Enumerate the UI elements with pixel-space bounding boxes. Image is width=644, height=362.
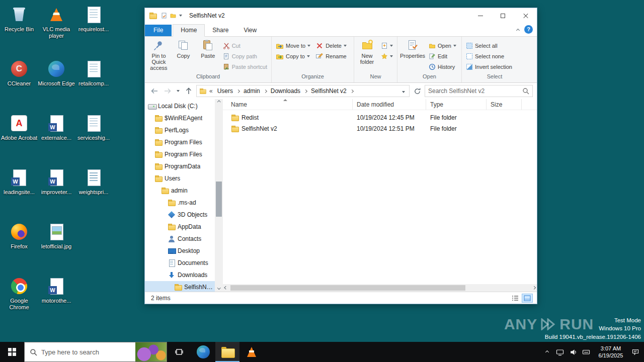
tree-item[interactable]: Program Files xyxy=(145,136,215,148)
move-to-button[interactable]: Move to xyxy=(273,40,313,51)
properties-button[interactable]: Properties xyxy=(399,38,426,59)
file-row[interactable]: Redist 10/19/2024 12:45 PM File folder xyxy=(223,112,537,123)
back-button[interactable] xyxy=(149,85,160,97)
tree-item[interactable]: Local Disk (C:) xyxy=(145,100,215,112)
search-icon[interactable] xyxy=(522,87,529,95)
desktop-icon[interactable]: motorothe... xyxy=(37,277,75,331)
explorer-search-input[interactable] xyxy=(428,87,520,95)
tree-item[interactable]: SelfishNet v2 xyxy=(145,281,215,292)
select-all-button[interactable]: Select all xyxy=(463,40,515,51)
column-header-type[interactable]: Type xyxy=(426,99,487,110)
action-center-button[interactable] xyxy=(629,342,642,362)
desktop-icon[interactable]: leadingsite... xyxy=(0,168,38,222)
up-button[interactable] xyxy=(183,85,194,97)
desktop-icon[interactable]: improveter... xyxy=(37,168,75,222)
address-bar[interactable]: « Users admin Downloads SelfishNet v2 xyxy=(196,85,410,97)
breadcrumb-separator-icon[interactable] xyxy=(264,89,267,93)
edit-button[interactable]: Edit xyxy=(426,51,459,61)
edge-taskbar-button[interactable] xyxy=(191,342,215,362)
tree-item[interactable]: Desktop xyxy=(145,245,215,257)
tree-item[interactable]: 3D Objects xyxy=(145,209,215,221)
qat-new-folder-button[interactable] xyxy=(170,13,176,19)
desktop-icon[interactable]: externalce... xyxy=(37,114,75,168)
delete-button[interactable]: Delete xyxy=(313,40,349,51)
desktop-icon[interactable]: retailcomp... xyxy=(74,59,113,114)
tree-item[interactable]: Program Files xyxy=(145,148,215,160)
tab-share[interactable]: Share xyxy=(205,25,236,36)
scroll-up-icon[interactable] xyxy=(217,101,220,104)
desktop-icon[interactable]: weightspri... xyxy=(74,168,113,222)
help-button[interactable] xyxy=(524,25,533,34)
search-highlight-image[interactable] xyxy=(135,342,167,361)
taskbar-search-input[interactable] xyxy=(41,348,131,356)
new-folder-button[interactable]: New folder xyxy=(356,38,378,65)
column-header-date-modified[interactable]: Date modified xyxy=(353,99,426,110)
breadcrumb-separator-icon[interactable] xyxy=(304,89,307,93)
breadcrumb-separator-icon[interactable] xyxy=(236,89,240,93)
qat-properties-button[interactable] xyxy=(161,13,167,19)
title-bar[interactable]: SelfishNet v2 xyxy=(145,8,537,23)
taskbar-clock[interactable]: 3:07 AM 6/19/2025 xyxy=(593,345,629,359)
tab-home[interactable]: Home xyxy=(173,24,205,37)
file-row[interactable]: SelfishNet v2 10/19/2024 12:51 PM File f… xyxy=(223,123,537,134)
desktop-icon[interactable]: Firefox xyxy=(0,222,38,277)
refresh-button[interactable] xyxy=(412,85,423,97)
volume-button[interactable] xyxy=(567,342,580,362)
tree-item[interactable]: $WinREAgent xyxy=(145,112,215,124)
tree-item[interactable]: admin xyxy=(145,185,215,197)
large-icons-view-button[interactable] xyxy=(522,294,533,303)
invert-selection-button[interactable]: Invert selection xyxy=(463,61,515,72)
breadcrumb-item[interactable]: Downloads xyxy=(269,87,302,95)
desktop-icon[interactable]: CCleaner xyxy=(0,59,38,114)
close-button[interactable] xyxy=(514,8,537,23)
copy-to-button[interactable]: Copy to xyxy=(273,51,313,61)
scrollbar-thumb[interactable] xyxy=(216,182,222,217)
show-hidden-icons-button[interactable] xyxy=(540,342,553,362)
column-header-size[interactable]: Size xyxy=(487,99,522,110)
scroll-down-icon[interactable] xyxy=(217,286,220,289)
desktop-icon[interactable]: Microsoft Edge xyxy=(37,59,75,114)
tab-view[interactable]: View xyxy=(236,25,264,36)
scroll-left-icon[interactable] xyxy=(224,286,227,289)
file-explorer-taskbar-button[interactable] xyxy=(215,342,239,362)
tree-item[interactable]: .ms-ad xyxy=(145,197,215,209)
scroll-right-icon[interactable] xyxy=(532,286,535,289)
vlc-taskbar-button[interactable] xyxy=(239,342,264,362)
qat-customize-button[interactable] xyxy=(179,15,182,17)
scrollbar-thumb[interactable] xyxy=(230,285,465,291)
breadcrumb-item[interactable]: admin xyxy=(242,87,262,95)
tree-item[interactable]: Contacts xyxy=(145,233,215,245)
details-view-button[interactable] xyxy=(510,294,521,303)
breadcrumb-separator-icon[interactable] xyxy=(350,89,354,93)
maximize-button[interactable] xyxy=(492,8,514,23)
desktop-icon[interactable]: VLC media player xyxy=(37,5,75,59)
desktop-icon[interactable]: Adobe Acrobat xyxy=(0,114,38,168)
easy-access-button[interactable] xyxy=(378,51,395,61)
file-list[interactable]: Redist 10/19/2024 12:45 PM File folder S… xyxy=(223,110,537,284)
desktop-icon[interactable]: Recycle Bin xyxy=(0,5,38,59)
tree-item[interactable]: ProgramData xyxy=(145,160,215,172)
forward-button[interactable] xyxy=(162,85,173,97)
column-header-name[interactable]: Name xyxy=(223,99,353,110)
open-button[interactable]: Open xyxy=(426,40,459,51)
taskbar-search[interactable] xyxy=(24,342,167,362)
collapse-ribbon-button[interactable] xyxy=(517,26,519,33)
tree-item[interactable]: PerfLogs xyxy=(145,124,215,136)
desktop-icon[interactable]: serviceshig... xyxy=(74,114,113,168)
select-none-button[interactable]: Select none xyxy=(463,51,515,61)
pin-to-quick-access-button[interactable]: Pin to Quick access xyxy=(146,38,171,71)
breadcrumb-collapsed-marker[interactable]: « xyxy=(208,87,214,95)
breadcrumb-item[interactable]: SelfishNet v2 xyxy=(309,87,349,95)
history-button[interactable]: History xyxy=(426,61,459,72)
tree-item[interactable]: AppData xyxy=(145,221,215,233)
breadcrumb-item[interactable]: Users xyxy=(215,87,235,95)
touch-keyboard-button[interactable] xyxy=(580,342,593,362)
explorer-search[interactable] xyxy=(425,85,533,97)
recent-locations-button[interactable] xyxy=(175,85,181,97)
scrollbar-track[interactable] xyxy=(229,284,531,292)
desktop-icon[interactable]: letofficial.jpg xyxy=(37,222,75,277)
tree-item[interactable]: Users xyxy=(145,172,215,185)
new-item-button[interactable] xyxy=(378,40,395,51)
horizontal-scrollbar[interactable] xyxy=(223,284,537,292)
task-view-button[interactable] xyxy=(167,342,191,362)
